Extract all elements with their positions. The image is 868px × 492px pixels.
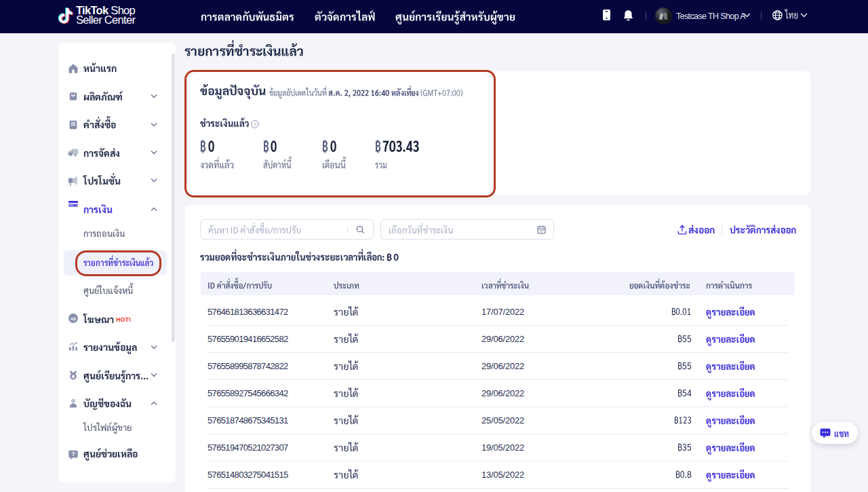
svg-text:?: ? (71, 451, 75, 457)
svg-text:?: ? (253, 121, 256, 127)
svg-text:AD: AD (71, 317, 76, 321)
